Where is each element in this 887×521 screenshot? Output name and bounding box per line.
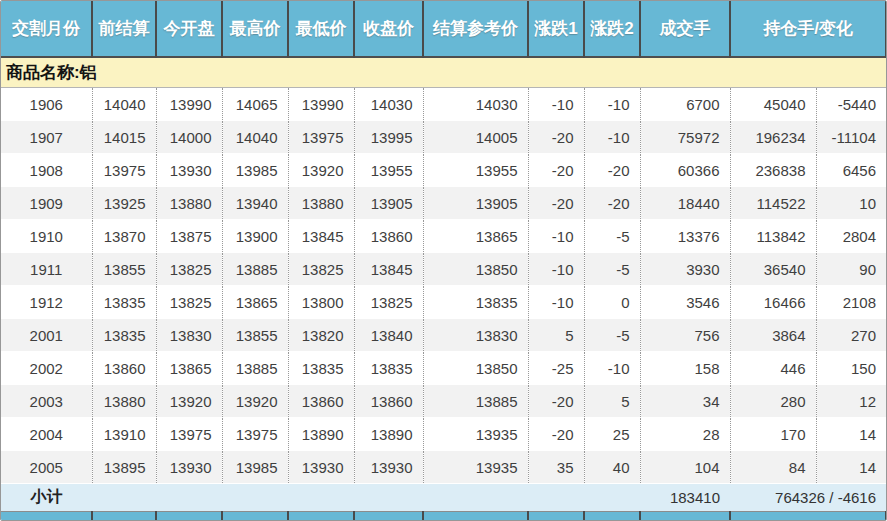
cell-open: 13920 (156, 385, 222, 418)
cell-delivery-month: 2005 (1, 451, 92, 484)
cell-change2: -10 (584, 88, 640, 121)
cell-open-interest-change: -11104 (816, 121, 886, 154)
cell-open-interest-change: 10 (816, 187, 886, 220)
cell-change2: -10 (584, 121, 640, 154)
table-row: 1907 14015 14000 14040 13975 13995 14005… (1, 121, 886, 154)
table-row: 2002 13860 13865 13885 13835 13835 13850… (1, 352, 886, 385)
cell-high: 13885 (222, 253, 288, 286)
cell-low: 13820 (288, 319, 354, 352)
header-settle-ref: 结算参考价 (423, 1, 528, 57)
cell-high: 13975 (222, 418, 288, 451)
cell-high: 13855 (222, 319, 288, 352)
cell-close: 13835 (354, 352, 423, 385)
data-rows: 1906 14040 13990 14065 13990 14030 14030… (1, 88, 886, 484)
cell-close: 13905 (354, 187, 423, 220)
cell-delivery-month: 1906 (1, 88, 92, 121)
cell-prev-settle: 13880 (92, 385, 156, 418)
table-row: 1909 13925 13880 13940 13880 13905 13905… (1, 187, 886, 220)
cell-high: 13900 (222, 220, 288, 253)
cell-volume: 75972 (640, 121, 730, 154)
next-table-header-strip (1, 512, 886, 521)
table-row: 2004 13910 13975 13975 13890 13890 13935… (1, 418, 886, 451)
cell-volume: 6700 (640, 88, 730, 121)
cell-high: 13940 (222, 187, 288, 220)
cell-close: 13890 (354, 418, 423, 451)
header-high: 最高价 (222, 1, 288, 57)
cell-open-interest: 280 (730, 385, 816, 418)
cell-open: 13975 (156, 418, 222, 451)
cell-settle-ref: 13905 (423, 187, 528, 220)
cell-open-interest: 36540 (730, 253, 816, 286)
cell-change1: -20 (528, 418, 584, 451)
cell-open-interest-change: 150 (816, 352, 886, 385)
cell-change1: -20 (528, 187, 584, 220)
cell-open: 13865 (156, 352, 222, 385)
cell-prev-settle: 13975 (92, 154, 156, 187)
table-row: 2003 13880 13920 13920 13860 13860 13885… (1, 385, 886, 418)
header-change2: 涨跌2 (584, 1, 640, 57)
cell-close: 13860 (354, 385, 423, 418)
cell-open-interest: 236838 (730, 154, 816, 187)
cell-low: 13825 (288, 253, 354, 286)
cell-low: 13835 (288, 352, 354, 385)
cell-close: 13845 (354, 253, 423, 286)
table-row: 1908 13975 13930 13985 13920 13955 13955… (1, 154, 886, 187)
cell-open-interest-change: 2108 (816, 286, 886, 319)
cell-change1: -20 (528, 121, 584, 154)
cell-settle-ref: 13850 (423, 253, 528, 286)
cell-settle-ref: 14005 (423, 121, 528, 154)
cell-open: 13930 (156, 154, 222, 187)
cell-change2: -20 (584, 154, 640, 187)
cell-high: 14040 (222, 121, 288, 154)
cell-volume: 756 (640, 319, 730, 352)
cell-volume: 34 (640, 385, 730, 418)
cell-high: 13885 (222, 352, 288, 385)
cell-low: 13930 (288, 451, 354, 484)
cell-open-interest: 113842 (730, 220, 816, 253)
cell-prev-settle: 13835 (92, 319, 156, 352)
subtotal-row: 小计 183410 764326 / -4616 (1, 484, 886, 512)
cell-change2: -10 (584, 352, 640, 385)
cell-close: 14030 (354, 88, 423, 121)
cell-change2: -20 (584, 187, 640, 220)
cell-delivery-month: 2004 (1, 418, 92, 451)
cell-open-interest: 3864 (730, 319, 816, 352)
cell-delivery-month: 1910 (1, 220, 92, 253)
cell-volume: 13376 (640, 220, 730, 253)
header-close: 收盘价 (354, 1, 423, 57)
cell-volume: 104 (640, 451, 730, 484)
cell-open-interest: 170 (730, 418, 816, 451)
cell-delivery-month: 1908 (1, 154, 92, 187)
cell-volume: 60366 (640, 154, 730, 187)
cell-change2: 40 (584, 451, 640, 484)
cell-prev-settle: 13870 (92, 220, 156, 253)
cell-delivery-month: 1909 (1, 187, 92, 220)
header-row: 交割月份 前结算 今开盘 最高价 最低价 收盘价 结算参考价 涨跌1 涨跌2 成… (1, 1, 886, 57)
cell-open-interest: 16466 (730, 286, 816, 319)
header-delivery-month: 交割月份 (1, 1, 92, 57)
cell-change1: -25 (528, 352, 584, 385)
cell-prev-settle: 13835 (92, 286, 156, 319)
cell-change1: -20 (528, 154, 584, 187)
cell-close: 13860 (354, 220, 423, 253)
cell-high: 13985 (222, 154, 288, 187)
cell-delivery-month: 1912 (1, 286, 92, 319)
cell-open: 13990 (156, 88, 222, 121)
cell-close: 13995 (354, 121, 423, 154)
cell-prev-settle: 14040 (92, 88, 156, 121)
cell-change1: -10 (528, 88, 584, 121)
cell-settle-ref: 13955 (423, 154, 528, 187)
cell-prev-settle: 13910 (92, 418, 156, 451)
cell-close: 13930 (354, 451, 423, 484)
header-volume: 成交手 (640, 1, 730, 57)
futures-quote-table: 交割月份 前结算 今开盘 最高价 最低价 收盘价 结算参考价 涨跌1 涨跌2 成… (1, 1, 887, 521)
cell-open: 13930 (156, 451, 222, 484)
cell-change1: -10 (528, 253, 584, 286)
header-open: 今开盘 (156, 1, 222, 57)
cell-open-interest-change: 90 (816, 253, 886, 286)
cell-low: 13920 (288, 154, 354, 187)
cell-volume: 28 (640, 418, 730, 451)
cell-change1: 5 (528, 319, 584, 352)
cell-settle-ref: 13885 (423, 385, 528, 418)
cell-open-interest-change: 2804 (816, 220, 886, 253)
